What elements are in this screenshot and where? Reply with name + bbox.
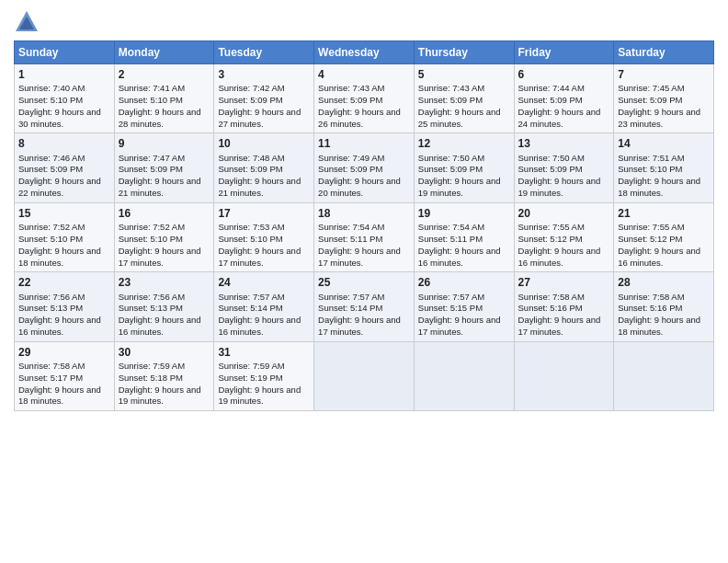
- sunset: Sunset: 5:15 PM: [418, 303, 483, 313]
- daylight: Daylight: 9 hours and 23 minutes.: [618, 107, 700, 129]
- day-number: 17: [218, 206, 310, 221]
- sunset: Sunset: 5:09 PM: [18, 164, 83, 174]
- calendar-cell: 5Sunrise: 7:43 AMSunset: 5:09 PMDaylight…: [414, 64, 514, 133]
- sunset: Sunset: 5:09 PM: [518, 95, 583, 105]
- daylight: Daylight: 9 hours and 27 minutes.: [218, 107, 301, 129]
- daylight: Daylight: 9 hours and 30 minutes.: [18, 107, 101, 129]
- sunrise: Sunrise: 7:56 AM: [18, 292, 85, 302]
- daylight: Daylight: 9 hours and 28 minutes.: [119, 107, 201, 129]
- day-number: 25: [318, 275, 410, 290]
- day-header: Tuesday: [214, 41, 314, 64]
- day-number: 13: [518, 136, 610, 151]
- calendar-cell: 27Sunrise: 7:58 AMSunset: 5:16 PMDayligh…: [514, 272, 614, 341]
- day-number: 21: [618, 206, 710, 221]
- sunset: Sunset: 5:10 PM: [218, 234, 282, 244]
- calendar-cell: 16Sunrise: 7:52 AMSunset: 5:10 PMDayligh…: [114, 202, 214, 271]
- sunset: Sunset: 5:12 PM: [618, 234, 682, 244]
- day-number: 2: [119, 67, 210, 82]
- calendar-week-row: 29Sunrise: 7:58 AMSunset: 5:17 PMDayligh…: [15, 341, 714, 410]
- day-number: 10: [218, 136, 310, 151]
- day-number: 7: [618, 67, 710, 82]
- daylight: Daylight: 9 hours and 26 minutes.: [318, 107, 401, 129]
- calendar-cell: 28Sunrise: 7:58 AMSunset: 5:16 PMDayligh…: [614, 272, 714, 341]
- day-number: 30: [119, 345, 210, 360]
- day-number: 6: [518, 67, 610, 82]
- sunrise: Sunrise: 7:41 AM: [119, 83, 185, 93]
- sunset: Sunset: 5:12 PM: [518, 234, 583, 244]
- sunset: Sunset: 5:09 PM: [218, 164, 282, 174]
- calendar-cell: 11Sunrise: 7:49 AMSunset: 5:09 PMDayligh…: [314, 133, 415, 202]
- sunrise: Sunrise: 7:44 AM: [518, 83, 585, 93]
- sunrise: Sunrise: 7:43 AM: [318, 83, 384, 93]
- calendar-cell: 30Sunrise: 7:59 AMSunset: 5:18 PMDayligh…: [114, 341, 214, 410]
- calendar-cell: 12Sunrise: 7:50 AMSunset: 5:09 PMDayligh…: [414, 133, 514, 202]
- calendar-cell: [514, 341, 614, 410]
- calendar-cell: 24Sunrise: 7:57 AMSunset: 5:14 PMDayligh…: [214, 272, 314, 341]
- day-number: 3: [218, 67, 310, 82]
- day-number: 22: [18, 275, 110, 290]
- sunset: Sunset: 5:19 PM: [218, 373, 282, 383]
- sunrise: Sunrise: 7:57 AM: [418, 292, 484, 302]
- daylight: Daylight: 9 hours and 18 minutes.: [618, 315, 700, 337]
- daylight: Daylight: 9 hours and 18 minutes.: [18, 385, 101, 407]
- calendar-cell: 13Sunrise: 7:50 AMSunset: 5:09 PMDayligh…: [514, 133, 614, 202]
- sunrise: Sunrise: 7:43 AM: [418, 83, 484, 93]
- sunset: Sunset: 5:11 PM: [418, 234, 483, 244]
- sunset: Sunset: 5:13 PM: [18, 303, 83, 313]
- sunset: Sunset: 5:16 PM: [618, 303, 682, 313]
- daylight: Daylight: 9 hours and 17 minutes.: [318, 315, 401, 337]
- daylight: Daylight: 9 hours and 16 minutes.: [418, 246, 501, 268]
- day-number: 15: [18, 206, 110, 221]
- calendar-week-row: 15Sunrise: 7:52 AMSunset: 5:10 PMDayligh…: [15, 202, 714, 271]
- sunset: Sunset: 5:09 PM: [418, 164, 483, 174]
- daylight: Daylight: 9 hours and 16 minutes.: [119, 315, 201, 337]
- day-header: Wednesday: [314, 41, 415, 64]
- daylight: Daylight: 9 hours and 19 minutes.: [418, 176, 501, 198]
- sunset: Sunset: 5:16 PM: [518, 303, 583, 313]
- calendar-cell: 18Sunrise: 7:54 AMSunset: 5:11 PMDayligh…: [314, 202, 415, 271]
- sunset: Sunset: 5:10 PM: [119, 95, 183, 105]
- calendar-cell: 8Sunrise: 7:46 AMSunset: 5:09 PMDaylight…: [15, 133, 115, 202]
- sunset: Sunset: 5:09 PM: [318, 164, 382, 174]
- calendar-cell: 6Sunrise: 7:44 AMSunset: 5:09 PMDaylight…: [514, 64, 614, 133]
- sunrise: Sunrise: 7:52 AM: [18, 222, 85, 232]
- day-number: 14: [618, 136, 710, 151]
- day-header: Sunday: [15, 41, 115, 64]
- page-container: SundayMondayTuesdayWednesdayThursdayFrid…: [0, 0, 728, 416]
- sunrise: Sunrise: 7:57 AM: [318, 292, 384, 302]
- calendar-cell: [314, 341, 415, 410]
- sunset: Sunset: 5:10 PM: [18, 95, 83, 105]
- calendar-cell: 25Sunrise: 7:57 AMSunset: 5:14 PMDayligh…: [314, 272, 415, 341]
- daylight: Daylight: 9 hours and 21 minutes.: [218, 176, 301, 198]
- logo-icon: [14, 9, 40, 35]
- calendar-week-row: 8Sunrise: 7:46 AMSunset: 5:09 PMDaylight…: [15, 133, 714, 202]
- calendar-week-row: 1Sunrise: 7:40 AMSunset: 5:10 PMDaylight…: [15, 64, 714, 133]
- sunset: Sunset: 5:09 PM: [119, 164, 183, 174]
- logo: [14, 9, 43, 35]
- calendar-cell: 9Sunrise: 7:47 AMSunset: 5:09 PMDaylight…: [114, 133, 214, 202]
- daylight: Daylight: 9 hours and 17 minutes.: [218, 246, 301, 268]
- calendar-cell: 23Sunrise: 7:56 AMSunset: 5:13 PMDayligh…: [114, 272, 214, 341]
- sunrise: Sunrise: 7:53 AM: [218, 222, 284, 232]
- day-number: 8: [18, 136, 110, 151]
- header: [14, 9, 714, 35]
- day-number: 27: [518, 275, 610, 290]
- day-number: 11: [318, 136, 410, 151]
- daylight: Daylight: 9 hours and 17 minutes.: [418, 315, 501, 337]
- day-number: 1: [18, 67, 110, 82]
- calendar-cell: 3Sunrise: 7:42 AMSunset: 5:09 PMDaylight…: [214, 64, 314, 133]
- daylight: Daylight: 9 hours and 19 minutes.: [518, 176, 601, 198]
- day-number: 19: [418, 206, 510, 221]
- sunrise: Sunrise: 7:56 AM: [119, 292, 185, 302]
- sunrise: Sunrise: 7:40 AM: [18, 83, 85, 93]
- daylight: Daylight: 9 hours and 19 minutes.: [218, 385, 301, 407]
- calendar-cell: 14Sunrise: 7:51 AMSunset: 5:10 PMDayligh…: [614, 133, 714, 202]
- sunset: Sunset: 5:10 PM: [618, 164, 682, 174]
- sunrise: Sunrise: 7:55 AM: [518, 222, 585, 232]
- sunset: Sunset: 5:18 PM: [119, 373, 183, 383]
- day-number: 12: [418, 136, 510, 151]
- day-number: 31: [218, 345, 310, 360]
- calendar-cell: 29Sunrise: 7:58 AMSunset: 5:17 PMDayligh…: [15, 341, 115, 410]
- daylight: Daylight: 9 hours and 16 minutes.: [618, 246, 700, 268]
- sunrise: Sunrise: 7:47 AM: [119, 153, 185, 163]
